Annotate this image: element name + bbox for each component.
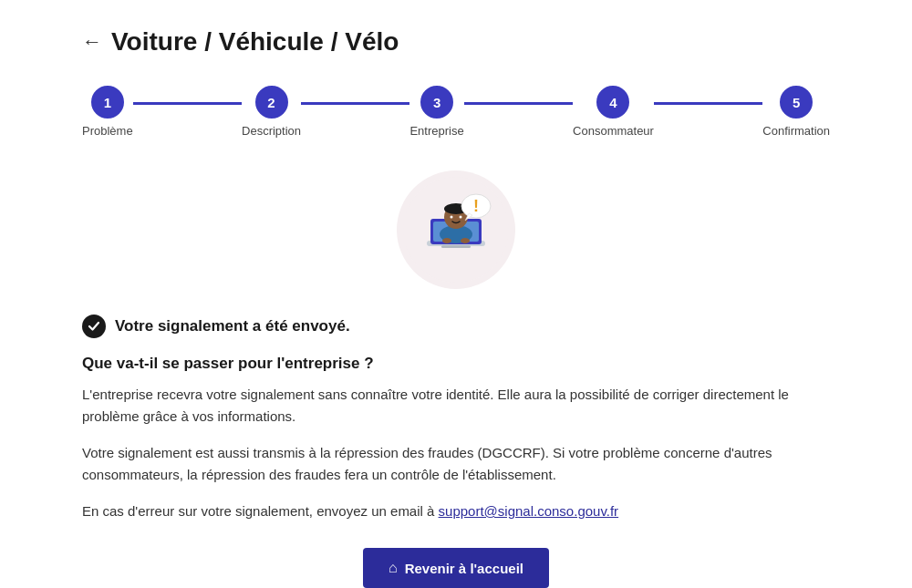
paragraph-3: En cas d'erreur sur votre signalement, e… (82, 500, 830, 522)
illustration: ! (397, 170, 515, 289)
success-text: Votre signalement a été envoyé. (115, 317, 350, 335)
step-3: 3 Entreprise (409, 86, 463, 138)
svg-point-14 (461, 238, 470, 243)
connector-3-4 (464, 102, 573, 105)
connector-2-3 (301, 102, 409, 105)
step-1: 1 Problème (82, 86, 133, 138)
svg-point-9 (460, 216, 462, 219)
paragraph-1: L'entreprise recevra votre signalement s… (82, 384, 830, 428)
back-button[interactable]: ← (82, 30, 102, 54)
section-title: Que va-t-il se passer pour l'entreprise … (82, 355, 830, 373)
step-label-1: Problème (82, 124, 133, 138)
page-title: Voiture / Véhicule / Vélo (111, 27, 399, 57)
svg-text:!: ! (473, 197, 479, 215)
step-circle-5: 5 (780, 86, 813, 119)
step-label-3: Entreprise (409, 124, 463, 138)
step-4: 4 Consommateur (573, 86, 654, 138)
step-circle-4: 4 (596, 86, 629, 119)
step-label-5: Confirmation (762, 124, 830, 138)
page-container: ← Voiture / Véhicule / Vélo 1 Problème 2… (46, 0, 866, 588)
check-icon (82, 315, 106, 338)
step-circle-3: 3 (420, 86, 453, 119)
connector-4-5 (654, 102, 762, 105)
step-5: 5 Confirmation (762, 86, 830, 138)
email-link[interactable]: support@signal.conso.gouv.fr (439, 503, 619, 519)
home-button[interactable]: ⌂ Revenir à l'accueil (363, 548, 549, 588)
connector-1-2 (133, 102, 242, 105)
success-row: Votre signalement a été envoyé. (82, 315, 830, 338)
step-circle-2: 2 (255, 86, 288, 119)
paragraph-2: Votre signalement est aussi transmis à l… (82, 442, 830, 486)
illustration-wrapper: ! (82, 170, 830, 289)
step-label-4: Consommateur (573, 124, 654, 138)
stepper: 1 Problème 2 Description 3 Entreprise 4 … (82, 86, 830, 138)
svg-rect-4 (441, 245, 471, 248)
illustration-svg: ! (401, 175, 511, 284)
header: ← Voiture / Véhicule / Vélo (82, 27, 830, 57)
step-label-2: Description (242, 124, 301, 138)
svg-point-8 (451, 216, 453, 219)
step-2: 2 Description (242, 86, 301, 138)
svg-point-13 (442, 238, 451, 243)
home-icon: ⌂ (389, 560, 398, 576)
step-circle-1: 1 (91, 86, 124, 119)
